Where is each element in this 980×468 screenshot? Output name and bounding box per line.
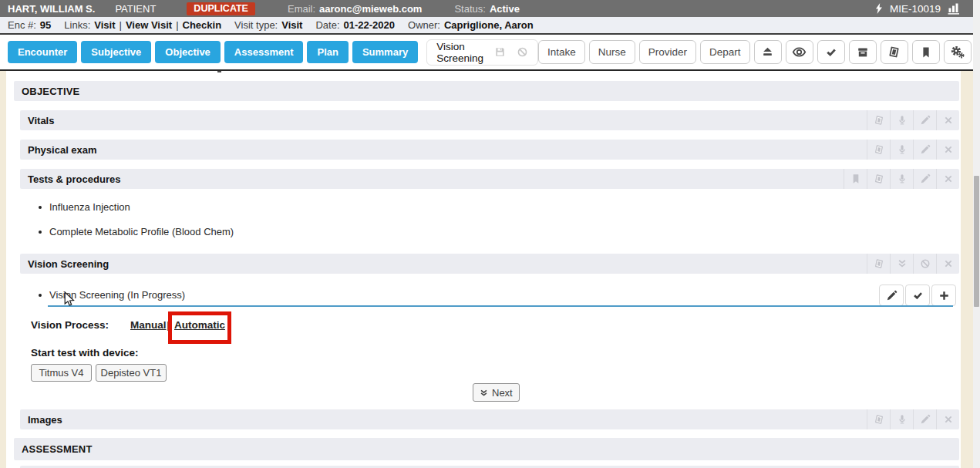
list-item-metabolic-profile[interactable]: Complete Metabolic Profile (Blood Chem) <box>39 226 234 237</box>
tab-objective[interactable]: Objective <box>155 41 221 63</box>
objective-header-label: OBJECTIVE <box>22 86 79 97</box>
eject-button[interactable] <box>754 40 782 64</box>
section-title: Physical exam <box>28 144 97 156</box>
section-bar-vision-screening[interactable]: Vision Screening <box>20 254 959 274</box>
clipped-text-remnant <box>217 71 221 72</box>
enc-number: 95 <box>40 19 51 31</box>
edit-pencil-icon[interactable] <box>913 169 936 189</box>
tab-plan[interactable]: Plan <box>307 41 348 63</box>
date-label: Date: <box>315 19 339 31</box>
cancel-slash-icon[interactable] <box>517 46 528 58</box>
edit-pencil-icon[interactable] <box>913 110 936 130</box>
preview-button[interactable] <box>786 40 813 64</box>
archive-box-icon <box>857 46 869 59</box>
microphone-icon[interactable] <box>890 110 913 130</box>
patient-type-label: PATIENT <box>115 3 156 15</box>
assessment-section-header[interactable]: ASSESSMENT <box>14 438 959 460</box>
pencil-icon <box>886 290 897 301</box>
edit-item-button[interactable] <box>879 285 904 306</box>
check-icon <box>912 290 924 301</box>
remove-x-icon[interactable] <box>936 169 959 189</box>
microphone-icon[interactable] <box>890 409 913 429</box>
device-button-titmus-v4[interactable]: Titmus V4 <box>31 364 92 382</box>
bookmark-button[interactable] <box>912 40 940 64</box>
lightning-icon[interactable] <box>875 3 883 14</box>
selected-row-underline <box>48 305 953 307</box>
vision-process-label: Vision Process: <box>31 319 109 331</box>
tab-subjective[interactable]: Subjective <box>81 41 151 63</box>
eye-icon <box>792 45 807 59</box>
depart-button[interactable]: Depart <box>700 40 750 64</box>
mouse-cursor <box>64 291 76 311</box>
section-bar-tests-procedures[interactable]: Tests & procedures <box>20 169 959 189</box>
add-item-button[interactable] <box>931 285 956 306</box>
chart-stats-icon[interactable] <box>948 2 961 15</box>
link-checkin[interactable]: Checkin <box>183 19 222 31</box>
system-id: MIE-10019 <box>890 3 941 15</box>
tab-assessment[interactable]: Assessment <box>224 41 304 63</box>
remove-x-icon[interactable] <box>936 140 959 160</box>
link-separator: | <box>120 19 122 31</box>
provider-button[interactable]: Provider <box>639 40 696 64</box>
link-separator: | <box>176 19 178 31</box>
encounter-info-bar: Enc #: 95 Links: Visit | View Visit | Ch… <box>0 17 973 35</box>
tab-summary[interactable]: Summary <box>352 41 418 63</box>
objective-section-header[interactable]: OBJECTIVE <box>14 81 959 101</box>
microphone-icon[interactable] <box>890 140 913 160</box>
next-button[interactable]: Next <box>473 383 520 402</box>
list-item-label: Influenza Injection <box>49 201 130 213</box>
edit-pencil-icon[interactable] <box>913 409 936 429</box>
document-book-icon[interactable] <box>867 169 890 189</box>
check-icon <box>825 46 837 59</box>
documents-button[interactable] <box>881 40 908 64</box>
start-test-label: Start test with device: <box>31 347 139 359</box>
scrollbar-thumb[interactable] <box>974 176 979 307</box>
bullet <box>39 294 42 297</box>
nurse-button[interactable]: Nurse <box>589 40 635 64</box>
circle-slash-icon[interactable] <box>913 254 936 274</box>
sign-button[interactable] <box>817 40 845 64</box>
bookmark-icon[interactable] <box>844 169 867 189</box>
microphone-icon[interactable] <box>890 169 913 189</box>
visit-type-label: Visit type: <box>234 19 278 31</box>
intake-button[interactable]: Intake <box>538 40 585 64</box>
eject-icon <box>761 45 774 59</box>
section-bar-physical-exam[interactable]: Physical exam <box>20 140 959 160</box>
complete-item-button[interactable] <box>905 285 930 306</box>
save-icon[interactable] <box>494 46 506 58</box>
archive-button[interactable] <box>849 40 877 64</box>
section-title: Images <box>28 414 62 426</box>
annotation-highlight-box <box>168 311 231 344</box>
settings-button[interactable] <box>944 40 972 64</box>
section-title: Vitals <box>28 115 54 126</box>
link-visit[interactable]: Visit <box>94 19 115 31</box>
duplicate-badge[interactable]: DUPLICATE <box>187 2 255 15</box>
list-item-influenza[interactable]: Influenza Injection <box>39 201 130 213</box>
tab-encounter[interactable]: Encounter <box>8 41 77 63</box>
document-book-icon[interactable] <box>867 254 890 274</box>
bookmark-icon <box>920 46 932 59</box>
section-title: Tests & procedures <box>28 173 120 185</box>
document-book-icon[interactable] <box>867 110 890 130</box>
owner-value: Capriglione, Aaron <box>444 19 534 31</box>
section-bar-images[interactable]: Images <box>20 409 959 429</box>
collapse-double-chevron-icon[interactable] <box>890 254 913 274</box>
section-title: Vision Screening <box>28 258 109 270</box>
document-book-icon[interactable] <box>867 409 890 429</box>
encounter-toolbar: Encounter Subjective Objective Assessmen… <box>0 35 973 71</box>
list-item-vision-screening[interactable]: Vision Screening (In Progress) <box>39 289 185 301</box>
bullet <box>39 206 42 209</box>
remove-x-icon[interactable] <box>936 409 959 429</box>
device-button-depisteo-vt1[interactable]: Depisteo VT1 <box>96 364 167 382</box>
owner-label: Owner: <box>408 19 440 31</box>
status-value: Active <box>490 3 520 15</box>
section-bar-vitals[interactable]: Vitals <box>20 110 959 130</box>
plus-icon <box>938 290 950 301</box>
document-book-icon[interactable] <box>867 140 890 160</box>
vertical-scrollbar[interactable] <box>973 0 980 468</box>
manual-link[interactable]: Manual <box>130 319 167 331</box>
link-view-visit[interactable]: View Visit <box>126 19 172 31</box>
edit-pencil-icon[interactable] <box>913 140 936 160</box>
remove-x-icon[interactable] <box>936 110 959 130</box>
remove-x-icon[interactable] <box>936 254 959 274</box>
